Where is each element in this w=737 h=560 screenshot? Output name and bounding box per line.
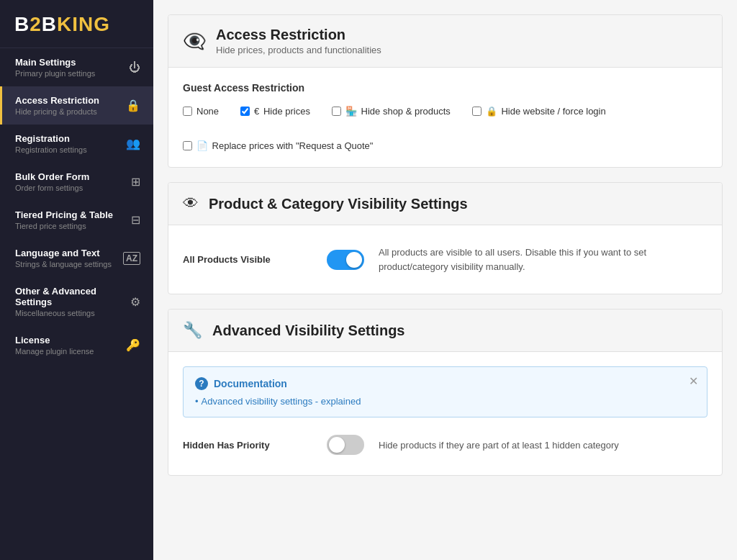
product-visibility-header: 👁 Product & Category Visibility Settings [168, 183, 722, 225]
sidebar-item-subtitle: Strings & language settings [15, 260, 112, 268]
all-products-visible-label: All Products Visible [183, 254, 312, 265]
sidebar: B2BKING Main Settings Primary plugin set… [0, 0, 153, 560]
hide-prices-checkbox[interactable] [240, 107, 250, 116]
hide-shop-checkbox[interactable] [332, 107, 341, 116]
product-visibility-title: Product & Category Visibility Settings [209, 196, 468, 212]
sidebar-item-title: Access Restriction [15, 95, 99, 106]
sidebar-item-title: Language and Text [15, 248, 112, 258]
hidden-has-priority-label: Hidden Has Priority [183, 440, 312, 451]
power-icon: ⏻ [129, 61, 140, 74]
sidebar-item-subtitle: Tiered price settings [15, 222, 113, 230]
hide-website-checkbox[interactable] [472, 107, 481, 116]
grid-icon: ⊞ [131, 175, 140, 189]
hidden-has-priority-toggle[interactable] [327, 435, 364, 455]
all-products-visible-toggle[interactable] [327, 250, 364, 270]
advanced-visibility-body: ? Documentation Advanced visibility sett… [168, 352, 722, 475]
sidebar-item-tiered-pricing[interactable]: Tiered Pricing & Table Tiered price sett… [0, 201, 153, 239]
doc-box-header: ? Documentation [195, 377, 695, 390]
access-restriction-title: Access Restriction [216, 27, 381, 43]
sidebar-item-title: Other & Advanced Settings [15, 286, 130, 307]
main-content: 👁‍🗨 Access Restriction Hide prices, prod… [153, 0, 737, 560]
table-icon: ⊟ [131, 213, 140, 227]
none-checkbox[interactable] [183, 107, 192, 116]
shop-icon: 🏪 [345, 106, 357, 117]
all-products-visible-row: All Products Visible All products are vi… [183, 240, 707, 279]
sidebar-item-license[interactable]: License Manage plugin license 🔑 [0, 326, 153, 364]
access-option-hide-website: 🔒 Hide website / force login [472, 105, 606, 118]
access-option-hide-shop: 🏪 Hide shop & products [332, 105, 451, 118]
access-option-replace-prices: 📄 Replace prices with "Request a Quote" [183, 140, 373, 153]
sidebar-item-access-restriction[interactable]: Access Restriction Hide pricing & produc… [0, 86, 153, 125]
eye-slash-icon: 👁‍🗨 [183, 30, 206, 53]
doc-box-title: Documentation [214, 378, 287, 389]
euro-icon: € [254, 106, 259, 117]
wrench-icon: 🔧 [183, 321, 202, 340]
sidebar-item-subtitle: Hide pricing & products [15, 107, 99, 116]
sidebar-item-language-text[interactable]: Language and Text Strings & language set… [0, 239, 153, 277]
sidebar-item-subtitle: Manage plugin license [15, 347, 94, 356]
users-icon: 👥 [126, 137, 140, 150]
product-visibility-card: 👁 Product & Category Visibility Settings… [168, 182, 723, 294]
sidebar-item-bulk-order-form[interactable]: Bulk Order Form Order form settings ⊞ [0, 163, 153, 201]
hidden-has-priority-row: Hidden Has Priority Hide products if the… [183, 429, 707, 461]
eye-icon: 👁 [183, 194, 199, 213]
sidebar-item-subtitle: Order form settings [15, 184, 89, 192]
none-label[interactable]: None [196, 105, 219, 118]
hide-website-label[interactable]: 🔒 Hide website / force login [486, 105, 606, 118]
gear-icon: ⚙ [130, 295, 140, 309]
access-option-hide-prices: € Hide prices [240, 105, 310, 118]
question-icon: ? [195, 377, 208, 390]
access-options: None € Hide prices 🏪 Hide shop & product… [183, 105, 707, 153]
hide-shop-label[interactable]: 🏪 Hide shop & products [345, 105, 451, 118]
sidebar-item-title: Main Settings [15, 57, 95, 68]
guest-access-section-title: Guest Access Restriction [183, 82, 707, 94]
sidebar-item-subtitle: Primary plugin settings [15, 69, 95, 78]
product-visibility-body: All Products Visible All products are vi… [168, 225, 722, 294]
hidden-has-priority-description: Hide products if they are part of at lea… [379, 438, 707, 453]
access-restriction-card: 👁‍🗨 Access Restriction Hide prices, prod… [168, 14, 723, 168]
sidebar-item-subtitle: Miscellaneous settings [15, 309, 130, 317]
all-products-visible-description: All products are visible to all users. D… [379, 245, 707, 274]
sidebar-item-main-settings[interactable]: Main Settings Primary plugin settings ⏻ [0, 48, 153, 86]
sidebar-item-title: License [15, 335, 94, 346]
logo: B2BKING [14, 13, 139, 36]
access-restriction-body: Guest Access Restriction None € Hide pri… [168, 68, 722, 167]
sidebar-logo: B2BKING [0, 0, 153, 48]
sidebar-item-other-advanced[interactable]: Other & Advanced Settings Miscellaneous … [0, 277, 153, 326]
access-restriction-subtitle: Hide prices, products and functionalitie… [216, 45, 381, 55]
az-icon: AZ [123, 252, 140, 265]
doc-box-close-button[interactable]: ✕ [689, 374, 698, 388]
advanced-visibility-header: 🔧 Advanced Visibility Settings [168, 310, 722, 352]
sidebar-item-title: Registration [15, 133, 87, 144]
lock-small-icon: 🔒 [486, 106, 497, 117]
replace-prices-label[interactable]: 📄 Replace prices with "Request a Quote" [196, 140, 373, 153]
toggle-slider-2 [327, 435, 364, 455]
quote-icon: 📄 [196, 140, 208, 151]
key-icon: 🔑 [126, 338, 140, 352]
lock-icon: 🔒 [126, 99, 140, 112]
access-option-none: None [183, 105, 219, 118]
replace-prices-checkbox[interactable] [183, 141, 192, 150]
sidebar-item-title: Tiered Pricing & Table [15, 209, 113, 220]
sidebar-item-registration[interactable]: Registration Registration settings 👥 [0, 125, 153, 163]
advanced-visibility-title: Advanced Visibility Settings [212, 322, 404, 339]
advanced-visibility-link[interactable]: Advanced visibility settings - explained [195, 396, 695, 407]
sidebar-item-subtitle: Registration settings [15, 145, 87, 154]
sidebar-item-title: Bulk Order Form [15, 171, 89, 182]
documentation-box: ? Documentation Advanced visibility sett… [183, 366, 707, 417]
toggle-slider [327, 250, 364, 270]
advanced-visibility-card: 🔧 Advanced Visibility Settings ? Documen… [168, 309, 723, 476]
access-restriction-header: 👁‍🗨 Access Restriction Hide prices, prod… [168, 15, 722, 68]
hide-prices-label[interactable]: € Hide prices [254, 105, 310, 118]
